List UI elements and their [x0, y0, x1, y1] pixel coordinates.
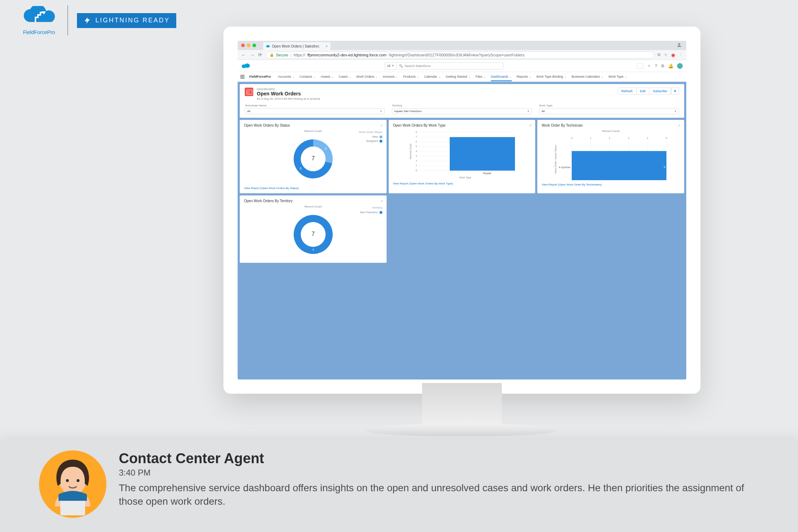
svg-text:7: 7	[416, 135, 417, 138]
nav-tab-accounts[interactable]: Accounts ⌄	[278, 73, 295, 81]
nav-tab-contacts[interactable]: Contacts ⌄	[300, 73, 316, 81]
search-scope-label: All	[387, 64, 390, 68]
nav-tab-work-orders[interactable]: Work Orders ⌄	[356, 73, 378, 81]
browser-menu-icon[interactable]: ⋮	[679, 52, 683, 57]
expand-icon[interactable]: ⤢	[380, 199, 383, 203]
chart-title: Open Work Orders By Territory	[244, 199, 382, 203]
nav-tab-getting-started[interactable]: Getting Started ⌄	[446, 73, 471, 81]
search-icon: 🔍	[399, 64, 403, 68]
browser-tab[interactable]: Open Work Orders | Salesforc ×	[263, 42, 331, 50]
url-host: ffpmnrcommunity2-dev-ed.lightning.force.…	[307, 53, 387, 57]
refresh-button[interactable]: Refresh	[617, 88, 637, 95]
svg-point-1	[678, 43, 680, 45]
filter-dropdown[interactable]: All▼	[245, 108, 385, 114]
chart-title: Work Order By Technician	[542, 123, 680, 127]
nav-tab-reports[interactable]: Reports ⌄	[517, 73, 532, 81]
extension-icon[interactable]: ◉	[671, 52, 675, 58]
chevron-down-icon: ⌄	[625, 75, 627, 78]
nav-tab-calendar[interactable]: Calendar ⌄	[424, 73, 441, 81]
monitor-base	[365, 424, 559, 436]
chevron-down-icon: ⌄	[438, 75, 441, 78]
filter-label: Territory	[392, 104, 532, 107]
close-icon[interactable]: ×	[326, 44, 328, 48]
more-actions-button[interactable]: ▼	[671, 88, 679, 95]
expand-icon[interactable]: ⤢	[529, 123, 532, 127]
dashboard-eyebrow: DASHBOARD	[257, 88, 320, 91]
nav-tab-files[interactable]: Files ⌄	[476, 73, 486, 81]
bookmark-page-icon[interactable]: ⧉	[658, 52, 660, 57]
svg-text:4: 4	[647, 137, 648, 139]
svg-text:2: 2	[416, 160, 417, 162]
svg-rect-42	[572, 151, 666, 180]
chevron-down-icon: ⌄	[564, 75, 566, 78]
expand-icon[interactable]: ⤢	[380, 123, 383, 127]
dashboard-canvas: DASHBOARD Open Work Orders As of Aug 30,…	[238, 82, 686, 379]
divider	[67, 5, 68, 35]
profile-icon[interactable]	[676, 42, 682, 49]
nav-tab-work-type-binding[interactable]: Work Type Binding ⌄	[536, 73, 566, 81]
svg-point-0	[266, 45, 270, 47]
edit-button[interactable]: Edit	[637, 88, 649, 95]
nav-tab-work-type[interactable]: Work Type ⌄	[608, 73, 627, 81]
notifications-icon[interactable]: 🔔	[668, 63, 674, 68]
app-launcher-icon[interactable]	[240, 75, 244, 79]
lock-icon: 🔒	[270, 53, 274, 57]
chevron-down-icon: ⌄	[292, 75, 295, 78]
nav-tab-dashboards[interactable]: Dashboards ⌄	[491, 73, 512, 81]
chevron-down-icon: ⌄	[375, 75, 378, 78]
global-search-input[interactable]: 🔍 Search Salesforce	[397, 62, 503, 70]
browser-urlbar: ← → ⟳ 🔒 Secure | https://ffpmnrcommunity…	[238, 50, 686, 60]
avatar[interactable]	[677, 63, 683, 69]
svg-text:0: 0	[416, 169, 417, 172]
filter-label: Work Type	[539, 104, 679, 107]
nav-tab-cases[interactable]: Cases ⌄	[339, 73, 351, 81]
dashboard-component-worktype: Open Work Orders By Work Type⤢0123456787…	[389, 120, 536, 193]
svg-text:5: 5	[664, 166, 666, 169]
add-icon[interactable]: ＋	[647, 63, 651, 69]
search-placeholder: Search Salesforce	[405, 64, 431, 68]
address-bar[interactable]: 🔒 Secure | https://ffpmnrcommunity2-dev-…	[266, 51, 654, 59]
monitor-stand	[422, 383, 502, 426]
help-icon[interactable]: ?	[655, 63, 657, 68]
chevron-down-icon: ⌄	[395, 75, 398, 78]
nav-tab-products[interactable]: Products ⌄	[403, 73, 419, 81]
fieldforcepro-logo-label: FieldForcePro	[23, 29, 55, 35]
persona-avatar	[39, 450, 106, 518]
favorites-icon[interactable]	[637, 63, 643, 69]
salesforce-logo-icon[interactable]	[241, 63, 250, 69]
forward-button[interactable]: →	[250, 52, 255, 58]
subscribe-button[interactable]: Subscribe	[649, 88, 671, 95]
secure-label: Secure	[276, 53, 288, 57]
setup-gear-icon[interactable]: ⚙	[661, 63, 665, 68]
window-traffic-lights[interactable]	[241, 44, 256, 47]
svg-text:2: 2	[325, 147, 327, 150]
filter-territory: Territoryequals San Francisco▼	[392, 104, 532, 114]
nav-tab-assets[interactable]: Assets ⌄	[321, 73, 334, 81]
filter-dropdown[interactable]: All▼	[539, 108, 679, 114]
chart-legend: Work Order StatusNewAssigned	[359, 131, 382, 144]
view-report-link[interactable]: View Report (Open Work Order By Technici…	[542, 183, 680, 186]
bookmark-star-icon[interactable]: ☆	[664, 52, 667, 57]
view-report-link[interactable]: View Report (Open Work Orders By Status)	[244, 187, 382, 190]
dashboard-component-territory: Open Work Orders By Territory⤢Record Cou…	[240, 195, 387, 263]
dashboard-subtitle: As of Aug 30, 2018 8:40 AM·Viewing as A …	[257, 97, 320, 100]
expand-icon[interactable]: ⤢	[678, 123, 681, 127]
browser-window: Open Work Orders | Salesforc × ← → ⟳ 🔒 S…	[238, 41, 686, 379]
chevron-down-icon: ⌄	[509, 75, 512, 78]
search-scope-dropdown[interactable]: All ▼	[384, 62, 397, 70]
url-prefix: https://	[294, 53, 305, 57]
persona-name: Contact Center Agent	[119, 450, 757, 466]
chevron-down-icon: ⌄	[601, 75, 603, 78]
nav-tab-invoices[interactable]: Invoices ⌄	[383, 73, 398, 81]
persona-blurb: The comprehensive service dashboard offe…	[119, 481, 757, 508]
svg-text:3: 3	[416, 155, 417, 157]
chevron-down-icon: ⌄	[529, 75, 531, 78]
back-button[interactable]: ←	[241, 52, 246, 58]
svg-text:0: 0	[571, 137, 572, 139]
nav-tab-business-calendars[interactable]: Business Calendars ⌄	[571, 73, 603, 81]
reload-button[interactable]: ⟳	[258, 52, 262, 57]
filter-dropdown[interactable]: equals San Francisco▼	[392, 108, 532, 114]
svg-rect-52	[60, 498, 85, 515]
view-report-link[interactable]: View Report (Open Work Orders By Work Ty…	[393, 182, 531, 185]
persona-time: 3:40 PM	[119, 468, 757, 478]
